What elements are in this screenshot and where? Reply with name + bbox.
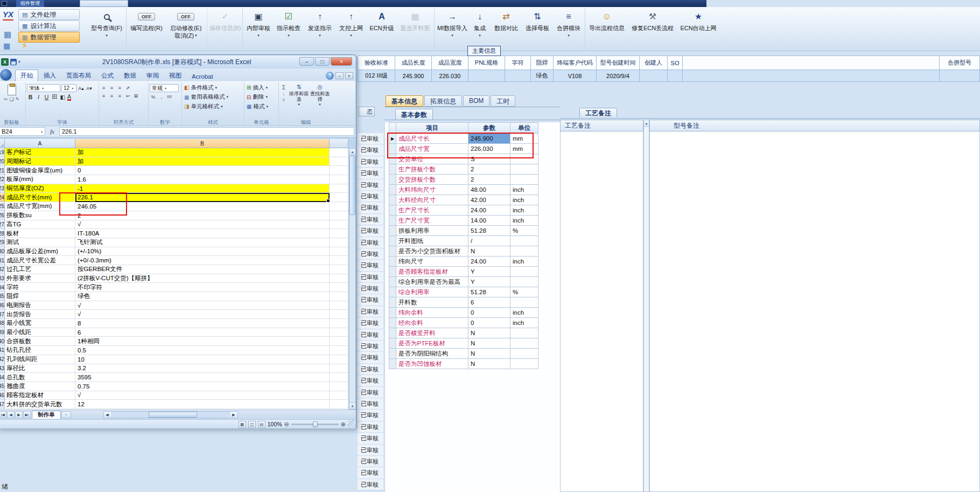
cell-b25[interactable]: 246.05	[75, 202, 330, 211]
cell-a42[interactable]: 孔到线间距	[5, 355, 75, 364]
row-number[interactable]: 44	[0, 373, 5, 382]
align-top-icon[interactable]: ≡	[100, 84, 107, 91]
page-layout-view-icon[interactable]: ◫	[248, 421, 256, 428]
style-button-0[interactable]: ◧条件格式▾	[183, 83, 243, 93]
excel-tab-4[interactable]: 数据	[119, 70, 141, 81]
row-number[interactable]: 20	[0, 157, 5, 167]
param-value[interactable]: S	[468, 154, 510, 164]
percent-icon[interactable]: %	[150, 93, 157, 100]
cell-a34[interactable]: 字符	[5, 283, 75, 292]
cell-a27[interactable]: 高TG	[5, 220, 75, 230]
insert-sheet-tab[interactable]: ▫	[61, 411, 71, 418]
clear-icon[interactable]: ◊	[283, 98, 285, 102]
zoom-slider-thumb[interactable]	[313, 421, 318, 427]
row-number[interactable]: 31	[0, 256, 5, 265]
cell-b33[interactable]: (2拼板V-CUT交货)【顺拼】	[75, 274, 330, 283]
scroll-right-icon[interactable]: ▶	[230, 412, 237, 418]
cell-b43[interactable]: 3.2	[75, 364, 330, 373]
row-number[interactable]: 40	[0, 337, 5, 346]
scroll-left-icon[interactable]: ◀	[104, 412, 111, 418]
param-value[interactable]: 51.28	[468, 287, 510, 297]
instruction-check-button[interactable]: ☑指示检查▾	[274, 8, 304, 50]
mi-data-import-button[interactable]: →MI数据导入▾	[434, 8, 468, 50]
param-value[interactable]: 6	[468, 297, 510, 308]
cell-a30[interactable]: 成品板厚公差(mm)	[5, 247, 75, 257]
model-notes-body[interactable]	[649, 131, 980, 492]
cell-a47[interactable]: 大料拼的交货单元数	[5, 400, 75, 409]
row-number[interactable]: 30	[0, 247, 5, 257]
param-row[interactable]: 经向余料0inch	[389, 318, 538, 328]
param-row[interactable]: 是否为凹蚀板材N	[389, 359, 538, 369]
select-all-corner[interactable]	[0, 139, 5, 148]
param-value[interactable]: 2	[468, 175, 510, 185]
param-value[interactable]: N	[468, 338, 510, 349]
bold-icon[interactable]: B	[27, 93, 34, 101]
cell-b19[interactable]: 加	[75, 148, 330, 157]
close-button[interactable]: ×	[331, 57, 352, 66]
param-value[interactable]: 24.00	[468, 257, 510, 267]
sort-filter-button[interactable]: ⇅ 排序和筛选 ▾	[289, 83, 309, 119]
start-modify-button[interactable]: OFF启动修改(E)取消(Z)▾	[166, 8, 206, 50]
paste-icon[interactable]	[8, 85, 16, 95]
cell-b23[interactable]: -1	[75, 184, 330, 193]
cell-b28[interactable]: IT-180A	[75, 229, 330, 238]
sheet-tab[interactable]: 制作单	[32, 411, 61, 419]
scroll-down-icon[interactable]: ▼	[349, 403, 355, 409]
scroll-up-icon[interactable]: ▲	[644, 120, 649, 127]
cell-b22[interactable]: 1.6	[75, 175, 330, 184]
style-button-1[interactable]: ▦套用表格格式▾	[183, 93, 243, 102]
formula-input[interactable]: 226.1	[59, 127, 354, 136]
row-number[interactable]: 26	[0, 211, 5, 220]
cell-a25[interactable]: 成品尺寸宽(mm)	[5, 202, 75, 211]
row-number[interactable]: 42	[0, 355, 5, 364]
menu-design-algorithm[interactable]: ▦设计算法	[18, 20, 80, 31]
cell-a39[interactable]: 最小线距	[5, 328, 75, 337]
row-number[interactable]: 46	[0, 391, 5, 400]
process-notes-body[interactable]	[560, 131, 643, 492]
data-compare-button[interactable]: ⇄数据对比	[491, 8, 521, 50]
param-row[interactable]: 是否为阴阳铜结构N	[389, 349, 538, 359]
zoom-out-icon[interactable]: ⊖	[284, 421, 289, 428]
cancel-button[interactable]: 取消(Z)	[174, 32, 194, 40]
cell-a21[interactable]: 图镀铜镍金厚度(um)	[5, 166, 75, 175]
row-number[interactable]: 32	[0, 265, 5, 274]
cell-a23[interactable]: 铜箔厚度(OZ)	[5, 184, 75, 193]
minimize-button[interactable]: –	[299, 57, 314, 66]
excel-tab-1[interactable]: 插入	[39, 70, 61, 81]
cell-a24[interactable]: 成品尺寸长(mm)	[5, 193, 75, 202]
row-number[interactable]: 24	[0, 193, 5, 202]
cell-a33[interactable]: 外形要求	[5, 274, 75, 283]
param-value[interactable]: N	[468, 246, 510, 257]
cut-icon[interactable]: ✂	[4, 96, 8, 102]
param-row[interactable]: 生产尺寸宽14.00inch	[389, 216, 538, 226]
prev-sheet-icon[interactable]: ◀	[7, 411, 15, 418]
align-center-icon[interactable]: ≡	[108, 92, 115, 99]
cell-b47[interactable]: 12	[75, 400, 330, 409]
scroll-up-icon[interactable]: ▲	[349, 149, 355, 155]
cell-a32[interactable]: 过孔工艺	[5, 265, 75, 274]
param-value[interactable]: N	[468, 328, 510, 338]
cell-button-2[interactable]: ▦格式▾	[246, 102, 277, 112]
param-value[interactable]: /	[468, 236, 510, 246]
underline-icon[interactable]: U	[43, 93, 50, 101]
ecn-upgrade-button[interactable]: AECN升级	[367, 8, 396, 50]
zoom-level[interactable]: 100%	[268, 421, 282, 427]
cell-a20[interactable]: 周期标记	[5, 157, 75, 167]
tab-extended-info[interactable]: 拓展信息	[424, 95, 462, 107]
quick-access-caret-icon[interactable]: ▾	[18, 60, 20, 64]
excel-tab-3[interactable]: 公式	[96, 70, 118, 81]
name-box[interactable]: B24▾	[0, 127, 45, 136]
param-row[interactable]: 纬向尺寸24.00inch	[389, 257, 538, 267]
font-color-icon[interactable]: A	[67, 94, 71, 101]
param-value[interactable]: N	[468, 349, 510, 359]
row-number[interactable]: 19	[0, 148, 5, 157]
off-toggle[interactable]: OFF	[177, 13, 194, 20]
normal-view-icon[interactable]: ▦	[239, 421, 246, 428]
excel-tab-7[interactable]: Acrobat	[187, 72, 218, 81]
scrollbar-thumb[interactable]	[149, 412, 197, 418]
save-info-button[interactable]: ✓保存信息(B)	[207, 8, 241, 50]
tab-basic-info[interactable]: 基本信息	[386, 95, 423, 107]
excel-tab-0[interactable]: 开始	[15, 70, 38, 81]
off-toggle[interactable]: OFF	[138, 13, 155, 20]
send-instruction-button[interactable]: ↑发送指示▾	[305, 8, 335, 50]
